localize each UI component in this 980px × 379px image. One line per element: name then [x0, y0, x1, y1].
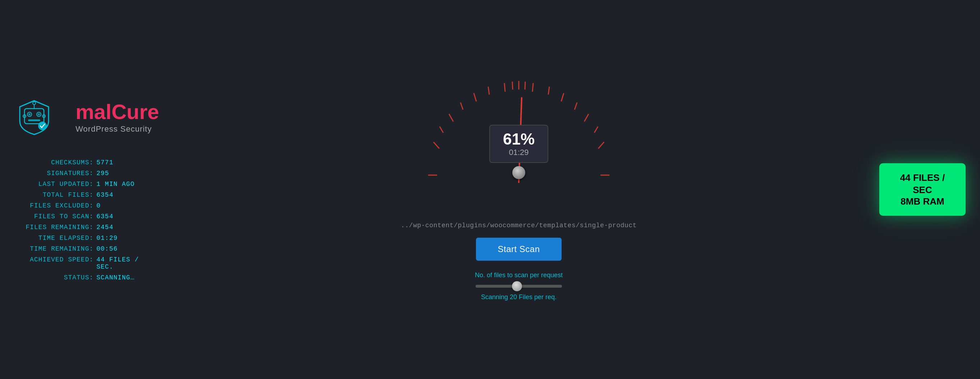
slider-track[interactable] — [476, 285, 562, 288]
center-panel: 61% 01:29 ../wp-content/plugins/woocomme… — [173, 63, 865, 316]
svg-line-16 — [533, 83, 533, 92]
needle-knob — [512, 166, 525, 179]
stat-label: TIME REMAINING: — [14, 245, 94, 252]
slider-label: No. of files to scan per request — [475, 271, 563, 279]
stat-row: ACHIEVED SPEED:44 FILES / SEC. — [14, 256, 158, 270]
stat-row: SIGNATURES:295 — [14, 170, 158, 177]
stat-value: 295 — [94, 170, 109, 177]
svg-line-19 — [598, 142, 604, 149]
brand-name: malCure — [76, 101, 159, 122]
stat-label: SIGNATURES: — [14, 170, 94, 177]
svg-line-13 — [474, 93, 476, 101]
stat-value: 01:29 — [94, 235, 118, 242]
stat-value: 2454 — [94, 224, 113, 231]
stats-table: CHECKSUMS:5771SIGNATURES:295LAST UPDATED… — [14, 159, 158, 281]
stat-value: 00:56 — [94, 245, 118, 252]
gauge-percent: 61% — [503, 130, 535, 148]
gauge-container: 61% 01:29 — [393, 78, 645, 215]
current-file: ../wp-content/plugins/woocommerce/templa… — [401, 222, 637, 229]
stat-label: FILES EXCLUDED: — [14, 202, 94, 209]
svg-line-11 — [434, 142, 439, 149]
stat-value: 6354 — [94, 191, 113, 198]
right-panel: 44 FILES / SEC 8MB RAM — [865, 149, 980, 230]
svg-point-7 — [33, 102, 36, 105]
logo-area: malCure WordPress Security — [14, 98, 158, 137]
svg-line-24 — [488, 87, 489, 95]
stat-label: TOTAL FILES: — [14, 191, 94, 198]
stat-label: LAST UPDATED: — [14, 181, 94, 188]
stat-value: 5771 — [94, 159, 113, 166]
speed-ram: 8MB RAM — [892, 196, 953, 207]
gauge-display: 61% 01:29 — [489, 125, 548, 163]
svg-line-26 — [525, 82, 525, 90]
gauge-time: 01:29 — [503, 148, 535, 157]
stat-row: FILES TO SCAN:6354 — [14, 213, 158, 220]
stat-value: 44 FILES / SEC. — [94, 256, 158, 270]
speed-box: 44 FILES / SEC 8MB RAM — [879, 163, 966, 216]
svg-rect-5 — [28, 119, 40, 121]
speed-files: 44 FILES / SEC — [892, 172, 953, 196]
svg-line-22 — [440, 127, 443, 133]
svg-line-17 — [561, 93, 564, 101]
svg-line-25 — [512, 82, 513, 90]
svg-point-4 — [38, 113, 40, 116]
stat-row: TIME REMAINING:00:56 — [14, 245, 158, 252]
svg-rect-0 — [24, 109, 44, 124]
start-scan-button[interactable]: Start Scan — [476, 238, 561, 261]
stat-value: 0 — [94, 202, 101, 209]
stat-label: FILES TO SCAN: — [14, 213, 94, 220]
stat-label: STATUS: — [14, 274, 94, 281]
stat-row: TIME ELAPSED:01:29 — [14, 235, 158, 242]
svg-line-23 — [460, 103, 463, 110]
logo-text-area: malCure WordPress Security — [76, 101, 159, 134]
stat-row: FILES EXCLUDED:0 — [14, 202, 158, 209]
stat-label: CHECKSUMS: — [14, 159, 94, 166]
stat-value: 6354 — [94, 213, 113, 220]
stat-label: TIME ELAPSED: — [14, 235, 94, 242]
svg-line-12 — [449, 114, 453, 122]
stat-row: FILES REMAINING:2454 — [14, 224, 158, 231]
stat-label: FILES REMAINING: — [14, 224, 94, 231]
stat-row: LAST UPDATED:1 MIN AGO — [14, 181, 158, 188]
brand-tagline: WordPress Security — [76, 124, 159, 134]
svg-point-2 — [29, 113, 30, 116]
svg-line-27 — [548, 87, 549, 95]
slider-fill — [476, 285, 514, 288]
svg-line-28 — [574, 103, 577, 110]
svg-line-29 — [594, 127, 598, 133]
stat-row: TOTAL FILES:6354 — [14, 191, 158, 198]
stat-label: ACHIEVED SPEED: — [14, 256, 94, 270]
slider-thumb[interactable] — [512, 281, 522, 291]
left-panel: malCure WordPress Security CHECKSUMS:577… — [0, 76, 173, 303]
svg-line-14 — [504, 83, 505, 92]
slider-value-label: Scanning 20 Files per req. — [481, 293, 557, 301]
stat-row: CHECKSUMS:5771 — [14, 159, 158, 166]
svg-point-10 — [38, 122, 47, 130]
stat-value: 1 MIN AGO — [94, 181, 135, 188]
stat-value: SCANNING… — [94, 274, 135, 281]
stat-row: STATUS:SCANNING… — [14, 274, 158, 281]
logo-icon — [14, 98, 54, 137]
svg-line-18 — [584, 114, 589, 122]
